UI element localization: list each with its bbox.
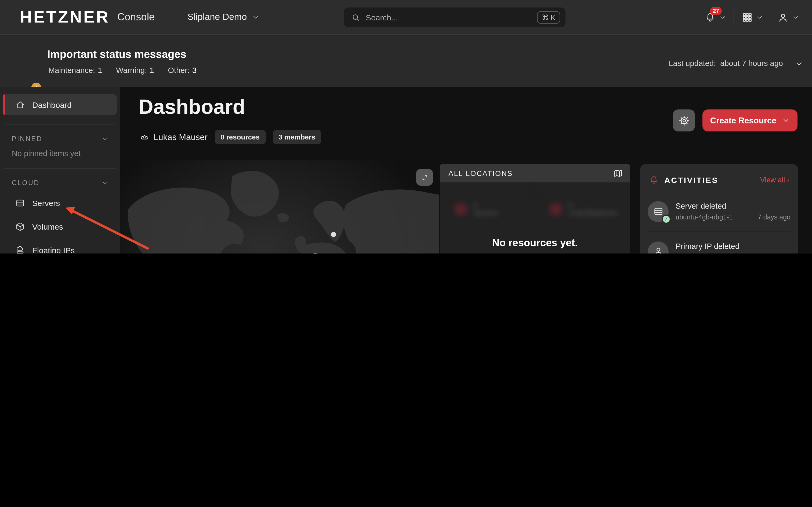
- pinned-empty-text: No pinned items yet: [0, 144, 120, 158]
- chevron-down-icon: [252, 13, 259, 21]
- page-title: Dashboard: [139, 96, 245, 119]
- no-resources-title: No resources yet.: [492, 237, 578, 249]
- divider: [4, 168, 116, 169]
- notifications-button[interactable]: 27: [705, 12, 726, 23]
- server-icon: [15, 198, 25, 208]
- main-content: Dashboard Lukas Mauser 0 resources 3 mem…: [120, 87, 812, 253]
- apps-menu-button[interactable]: [742, 12, 763, 23]
- activity-avatar: ✓: [648, 241, 669, 253]
- crown-icon: [140, 132, 149, 142]
- nav-divider: [170, 8, 170, 26]
- activity-resource: ubuntu-4gb-nbg1-1: [675, 214, 733, 221]
- top-navigation: HETZNER Console Sliplane Demo Search... …: [0, 0, 812, 35]
- resources-count-badge: 0 resources: [214, 130, 265, 144]
- sidebar-item-dashboard[interactable]: Dashboard: [3, 94, 117, 115]
- expand-icon: [420, 173, 429, 182]
- last-updated-value: about 7 hours ago: [720, 59, 783, 68]
- project-settings-button[interactable]: [673, 109, 695, 131]
- sidebar-item-label: Floating IPs: [32, 245, 74, 253]
- activity-item[interactable]: ✓ Primary IP deleted primary_ip-11802425…: [648, 232, 791, 253]
- chevron-down-icon: [101, 135, 108, 143]
- create-resource-button[interactable]: Create Resource: [702, 109, 798, 131]
- status-counts: Maintenance:1 Warning:1 Other:3: [48, 66, 197, 74]
- success-badge-icon: ✓: [662, 214, 671, 223]
- world-map: [120, 160, 439, 253]
- search-icon: [351, 13, 360, 22]
- chevron-down-icon: [719, 14, 726, 21]
- account-menu-button[interactable]: [777, 11, 799, 23]
- primary-ip-icon: [653, 246, 663, 253]
- status-other: Other:3: [168, 66, 197, 74]
- sidebar-item-label: Servers: [32, 198, 60, 207]
- nav-divider: [733, 9, 734, 25]
- status-title: Important status messages: [47, 48, 186, 61]
- sidebar-item-label: Volumes: [32, 222, 63, 231]
- members-count-badge[interactable]: 3 members: [272, 130, 321, 144]
- floating-ip-icon: [15, 245, 25, 253]
- all-locations-panel: ALL LOCATIONS 0Servers 0Load Balancers 0…: [440, 164, 630, 253]
- search-placeholder: Search...: [366, 13, 537, 22]
- user-icon: [777, 11, 789, 23]
- status-warning: Warning:1: [116, 66, 154, 74]
- map-expand-button[interactable]: [416, 169, 433, 186]
- sidebar-section-pinned[interactable]: PINNED: [0, 134, 120, 144]
- bell-icon: [649, 175, 659, 185]
- sidebar-item-servers[interactable]: Servers: [0, 191, 120, 215]
- grid-icon: [742, 12, 753, 23]
- console-label: Console: [117, 11, 155, 23]
- last-updated[interactable]: Last updated: about 7 hours ago: [669, 59, 783, 68]
- gear-icon: [678, 115, 690, 126]
- status-messages-bar: ! Important status messages Maintenance:…: [0, 36, 812, 87]
- project-owner: Lukas Mauser: [140, 132, 208, 142]
- org-name: Sliplane Demo: [188, 12, 247, 22]
- chevron-down-icon: [756, 14, 763, 21]
- org-switcher[interactable]: Sliplane Demo: [188, 12, 259, 22]
- nav-actions: 27: [705, 0, 799, 35]
- status-maintenance: Maintenance:1: [48, 66, 102, 74]
- sidebar-item-label: Dashboard: [32, 100, 72, 109]
- sidebar: Dashboard PINNED No pinned items yet CLO…: [0, 87, 120, 253]
- server-icon: [653, 206, 663, 217]
- activities-panel: ACTIVITIES View all › ✓ Server deleted u…: [640, 164, 798, 253]
- chevron-down-icon: [795, 60, 803, 68]
- world-map-graphic: [120, 160, 439, 253]
- hetzner-console-app: HETZNER Console Sliplane Demo Search... …: [0, 0, 812, 253]
- project-meta: Lukas Mauser 0 resources 3 members: [140, 130, 321, 144]
- home-icon: [15, 100, 25, 110]
- activity-item[interactable]: ✓ Server deleted ubuntu-4gb-nbg1-17 days…: [648, 191, 791, 232]
- activity-title: Server deleted: [675, 202, 791, 210]
- last-updated-label: Last updated:: [669, 59, 716, 68]
- hetzner-logo: HETZNER: [20, 7, 110, 27]
- search-shortcut-badge: ⌘ K: [537, 11, 560, 23]
- cube-icon: [15, 221, 25, 231]
- activity-time: 7 days ago: [758, 214, 791, 221]
- sidebar-section-cloud[interactable]: CLOUD: [0, 178, 120, 188]
- notification-count-badge: 27: [710, 7, 722, 15]
- divider: [4, 124, 116, 124]
- activities-header: ACTIVITIES View all ›: [648, 173, 791, 191]
- sidebar-item-floating-ips[interactable]: Floating IPs: [0, 238, 120, 253]
- chevron-down-icon: [101, 179, 108, 187]
- view-all-link[interactable]: View all ›: [760, 176, 790, 184]
- activity-title: Primary IP deleted: [675, 242, 791, 250]
- chevron-down-icon: [782, 116, 790, 124]
- no-resources-message: No resources yet. Click "Create Resource…: [440, 164, 630, 253]
- chevron-right-icon: ›: [787, 176, 790, 184]
- search-input[interactable]: Search... ⌘ K: [344, 7, 565, 27]
- activities-title: ACTIVITIES: [664, 175, 755, 184]
- chevron-down-icon: [792, 14, 799, 21]
- sidebar-item-volumes[interactable]: Volumes: [0, 215, 120, 238]
- activity-avatar: ✓: [648, 201, 669, 222]
